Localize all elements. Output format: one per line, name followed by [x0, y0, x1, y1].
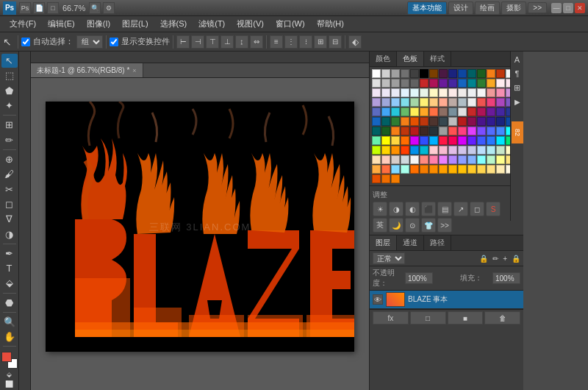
swatch-color[interactable] — [391, 127, 400, 135]
swatch-color[interactable] — [487, 136, 495, 145]
swatch-color[interactable] — [429, 107, 438, 116]
swatch-color[interactable] — [477, 165, 486, 174]
swatch-color[interactable] — [477, 98, 486, 107]
swatch-color[interactable] — [429, 155, 438, 164]
swatch-color[interactable] — [458, 165, 467, 174]
swatch-color[interactable] — [458, 107, 467, 116]
swatch-color[interactable] — [496, 88, 505, 97]
swatch-color[interactable] — [477, 107, 486, 116]
swatch-color[interactable] — [448, 136, 457, 145]
close-button[interactable]: ✕ — [575, 3, 585, 13]
swatch-color[interactable] — [381, 146, 390, 155]
distribute-top-icon[interactable]: ⊞ — [314, 35, 327, 49]
swatch-color[interactable] — [439, 79, 448, 88]
swatch-color[interactable] — [496, 79, 505, 88]
swatch-color[interactable] — [458, 98, 467, 107]
swatch-color[interactable] — [381, 127, 390, 135]
swatch-color[interactable] — [458, 127, 467, 135]
tab-design[interactable]: 设计 — [448, 1, 473, 15]
swatch-color[interactable] — [448, 88, 457, 97]
swatch-color[interactable] — [467, 136, 476, 145]
swatch-color[interactable] — [477, 69, 486, 78]
distribute-h-icon[interactable]: ⋮ — [284, 35, 298, 49]
tool-clone[interactable]: ✂ — [1, 182, 18, 196]
swatch-color[interactable] — [372, 155, 381, 164]
swatch-color[interactable] — [381, 107, 390, 116]
auto-select-checkbox[interactable] — [21, 38, 30, 46]
swatch-color[interactable] — [381, 69, 390, 78]
adj-moon-icon[interactable]: 🌙 — [389, 218, 404, 233]
quick-mask-icon[interactable]: ⬙ — [7, 371, 12, 378]
align-top-icon[interactable]: ⊥ — [220, 35, 234, 49]
swatch-color[interactable] — [429, 69, 438, 78]
swatch-color[interactable] — [410, 165, 419, 174]
swatch-color[interactable] — [381, 136, 390, 145]
swatch-color[interactable] — [372, 165, 381, 174]
adj-circle-icon[interactable]: ⊙ — [405, 218, 420, 233]
swatch-color[interactable] — [487, 146, 495, 155]
swatch-color[interactable] — [429, 79, 438, 88]
swatch-color[interactable] — [458, 79, 467, 88]
swatch-color[interactable] — [381, 98, 390, 107]
file-icon[interactable]: 📄 — [33, 2, 45, 14]
swatch-color[interactable] — [496, 146, 505, 155]
swatch-color[interactable] — [391, 117, 400, 126]
swatch-color[interactable] — [439, 127, 448, 135]
zoom-icon[interactable]: 🔍 — [89, 2, 101, 14]
swatch-color[interactable] — [429, 136, 438, 145]
swatch-color[interactable] — [439, 155, 448, 164]
swatch-color[interactable] — [410, 127, 419, 135]
swatch-color[interactable] — [401, 88, 409, 97]
maximize-button[interactable]: □ — [563, 3, 573, 13]
swatch-color[interactable] — [410, 146, 419, 155]
swatch-color[interactable] — [420, 107, 429, 116]
ps-menu-icon[interactable]: Ps — [19, 2, 31, 14]
lock-plus-icon[interactable]: + — [503, 255, 507, 263]
align-center-v-icon[interactable]: ↨ — [235, 35, 248, 49]
swatch-color[interactable] — [381, 79, 390, 88]
opacity-input[interactable] — [405, 272, 433, 284]
swatch-color[interactable] — [448, 165, 457, 174]
swatch-color[interactable] — [391, 136, 400, 145]
align-bottom-icon[interactable]: ⇔ — [250, 35, 263, 49]
tool-healing[interactable]: ⊕ — [1, 152, 18, 166]
tool-gradient[interactable]: ∇ — [1, 212, 18, 226]
swatch-color[interactable] — [467, 107, 476, 116]
swatch-color[interactable] — [487, 117, 495, 126]
swatch-color[interactable] — [391, 174, 400, 183]
swatch-color[interactable] — [496, 165, 505, 174]
tab-styles[interactable]: 样式 — [424, 52, 451, 66]
adj-more-icon[interactable]: >> — [437, 218, 452, 233]
menu-help[interactable]: 帮助(H) — [312, 17, 349, 31]
swatch-color[interactable] — [429, 117, 438, 126]
swatch-color[interactable] — [372, 174, 381, 183]
tool-dodge[interactable]: ◑ — [1, 227, 18, 241]
swatch-color[interactable] — [458, 146, 467, 155]
adj-s-icon[interactable]: S — [486, 202, 501, 216]
swatch-color[interactable] — [467, 146, 476, 155]
swatch-color[interactable] — [391, 69, 400, 78]
adj-contrast-icon[interactable]: ◑ — [389, 202, 404, 216]
adj-curves-icon[interactable]: ⬛ — [421, 202, 436, 216]
menu-file[interactable]: 文件(F) — [4, 17, 41, 31]
foreground-color[interactable] — [1, 352, 12, 362]
swatch-color[interactable] — [401, 146, 409, 155]
swatch-color[interactable] — [439, 136, 448, 145]
swatch-color[interactable] — [458, 155, 467, 164]
tool-magic-wand[interactable]: ✦ — [1, 99, 18, 113]
swatch-color[interactable] — [467, 155, 476, 164]
swatch-color[interactable] — [420, 136, 429, 145]
swatch-color[interactable] — [448, 98, 457, 107]
layers-tab-paths[interactable]: 路径 — [424, 235, 451, 250]
text-tool-strip-btn[interactable]: A — [513, 54, 521, 65]
swatch-color[interactable] — [467, 79, 476, 88]
swatch-color[interactable] — [487, 165, 495, 174]
swatch-color[interactable] — [401, 155, 409, 164]
swatch-color[interactable] — [467, 117, 476, 126]
swatch-color[interactable] — [420, 117, 429, 126]
adj-eng-icon[interactable]: 英 — [373, 218, 387, 233]
swatch-color[interactable] — [448, 127, 457, 135]
swatch-color[interactable] — [439, 88, 448, 97]
swatch-color[interactable] — [381, 174, 390, 183]
swatch-color[interactable] — [458, 69, 467, 78]
